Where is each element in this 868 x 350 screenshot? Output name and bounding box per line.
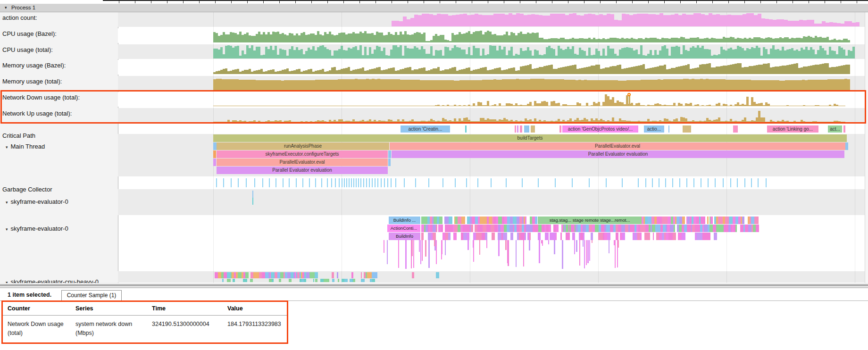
skyframe2-descender[interactable] [583, 240, 584, 247]
skyframe2-slice[interactable] [568, 233, 570, 240]
cpu-heavy-slice[interactable] [215, 272, 218, 278]
skyframe2-slice[interactable] [556, 233, 557, 240]
skyframe2-slice[interactable] [538, 225, 542, 232]
cpu-heavy-slice[interactable] [222, 279, 224, 282]
gc-tick[interactable] [321, 178, 322, 187]
skyframe2-slice[interactable] [480, 217, 483, 224]
skyframe2-slice[interactable] [421, 233, 424, 240]
skyframe2-slice[interactable] [652, 225, 655, 232]
skyframe2-slice[interactable] [439, 217, 442, 224]
skyframe2-slice[interactable] [525, 233, 526, 240]
gc-tick[interactable] [358, 178, 359, 187]
cpu-heavy-slice[interactable] [253, 272, 257, 278]
skyframe2-slice[interactable] [709, 225, 713, 232]
skyframe2-slice[interactable] [616, 233, 618, 240]
skyframe2-slice[interactable] [583, 225, 586, 232]
skyframe2-descender[interactable] [584, 240, 585, 268]
skyframe2-descender[interactable] [516, 240, 517, 267]
skyframe2-descender[interactable] [609, 240, 609, 253]
skyframe2-descender[interactable] [548, 240, 549, 244]
critical-path-block[interactable]: action 'GenObjcProtos video/... [562, 125, 638, 133]
gc-tick[interactable] [381, 178, 382, 187]
skyframe2-slice[interactable] [498, 217, 502, 224]
gc-tick[interactable] [231, 178, 232, 187]
skyframe2-slice[interactable] [492, 233, 495, 240]
critical-path-block[interactable]: act... [828, 125, 842, 133]
skyframe2-descender[interactable] [574, 240, 575, 254]
table-cell[interactable]: Network Down usage (total) [8, 320, 69, 338]
main-thread-span[interactable]: runAnalysisPhase [217, 142, 389, 150]
skyframe2-slice[interactable] [716, 233, 717, 240]
skyframe2-labeled-slice[interactable]: stag.stag... stage remote stage...remot.… [538, 217, 642, 224]
gc-tick[interactable] [645, 178, 646, 187]
skyframe2-slice[interactable] [433, 225, 436, 232]
gc-tick[interactable] [766, 178, 767, 187]
gc-tick[interactable] [369, 178, 370, 187]
cpu-heavy-slice[interactable] [250, 279, 253, 282]
cpu-heavy-slice[interactable] [361, 272, 362, 278]
gc-tick[interactable] [387, 178, 388, 187]
gc-tick[interactable] [302, 178, 303, 187]
critical-path-block[interactable] [843, 125, 845, 133]
sidebar-thread-item[interactable]: Critical Path [2, 132, 35, 139]
gc-tick[interactable] [428, 178, 429, 187]
critical-path-block[interactable]: actio... [644, 125, 664, 133]
main-thread-span[interactable] [213, 150, 216, 158]
skyframe2-descender[interactable] [467, 240, 469, 250]
skyframe2-slice[interactable] [549, 225, 551, 232]
skyframe2-slice[interactable] [529, 233, 531, 240]
main-thread-span[interactable]: ParallelEvaluator.eval [390, 142, 845, 150]
gc-tick[interactable] [363, 178, 364, 187]
skyframe2-descender[interactable] [615, 240, 616, 268]
critical-path-block[interactable] [531, 125, 535, 133]
main-thread-span[interactable] [845, 142, 848, 150]
skyframe2-descender[interactable] [384, 240, 384, 253]
gc-tick[interactable] [296, 178, 297, 187]
critical-path-block[interactable] [520, 125, 522, 133]
panel-splitter-handle[interactable] [0, 283, 868, 289]
sidebar-counter-label[interactable]: Memory usage (Bazel): [2, 62, 66, 69]
skyframe2-slice[interactable] [489, 217, 492, 224]
gc-tick[interactable] [366, 178, 367, 187]
cpu-heavy-slice[interactable] [306, 272, 309, 278]
skyframe1-tick[interactable] [252, 198, 253, 205]
skyframe2-slice[interactable] [756, 225, 759, 232]
skyframe2-slice[interactable] [556, 225, 559, 232]
skyframe2-slice[interactable] [577, 225, 581, 232]
skyframe2-slice[interactable] [591, 233, 593, 240]
cpu-heavy-slice[interactable] [316, 279, 317, 282]
cpu-heavy-slice[interactable] [353, 279, 355, 282]
main-thread-span[interactable]: ParallelEvaluator.eval [217, 158, 388, 166]
skyframe2-descender[interactable] [436, 240, 437, 264]
cpu-heavy-slice[interactable] [320, 279, 324, 282]
skyframe2-descender[interactable] [398, 240, 399, 268]
cpu-heavy-slice[interactable] [337, 272, 338, 278]
cpu-heavy-slice[interactable] [338, 279, 339, 282]
skyframe2-slice[interactable] [478, 233, 482, 240]
skyframe2-slice[interactable] [448, 233, 451, 240]
gc-tick[interactable] [344, 178, 345, 187]
counter-sample-table[interactable]: CounterSeriesTimeValueNetwork Down usage… [0, 301, 302, 350]
cpu-heavy-slice[interactable] [262, 272, 265, 278]
gc-tick[interactable] [638, 178, 639, 187]
sidebar-counter-label[interactable]: action count: [2, 14, 37, 21]
skyframe2-slice[interactable] [735, 225, 737, 232]
cpu-heavy-slice[interactable] [311, 272, 315, 278]
skyframe2-slice[interactable] [433, 233, 436, 240]
skyframe2-slice[interactable] [601, 225, 604, 232]
skyframe2-slice[interactable] [525, 217, 526, 224]
critical-path-block[interactable] [524, 125, 529, 133]
skyframe2-slice[interactable] [657, 217, 660, 224]
cpu-heavy-slice[interactable] [265, 272, 268, 278]
skyframe2-descender[interactable] [507, 240, 508, 263]
skyframe2-slice[interactable] [704, 225, 708, 232]
sidebar-thread-item[interactable]: Garbage Collector [2, 186, 52, 193]
skyframe2-slice[interactable] [618, 225, 621, 232]
cpu-heavy-slice[interactable] [279, 279, 281, 282]
skyframe2-slice[interactable] [724, 225, 727, 232]
skyframe2-slice[interactable] [669, 233, 673, 240]
sidebar-thread-item[interactable]: ▾skyframe-evaluator-0 [6, 225, 68, 232]
main-thread-span[interactable] [388, 150, 391, 158]
skyframe2-descender[interactable] [405, 240, 407, 269]
skyframe2-slice[interactable] [479, 225, 483, 232]
